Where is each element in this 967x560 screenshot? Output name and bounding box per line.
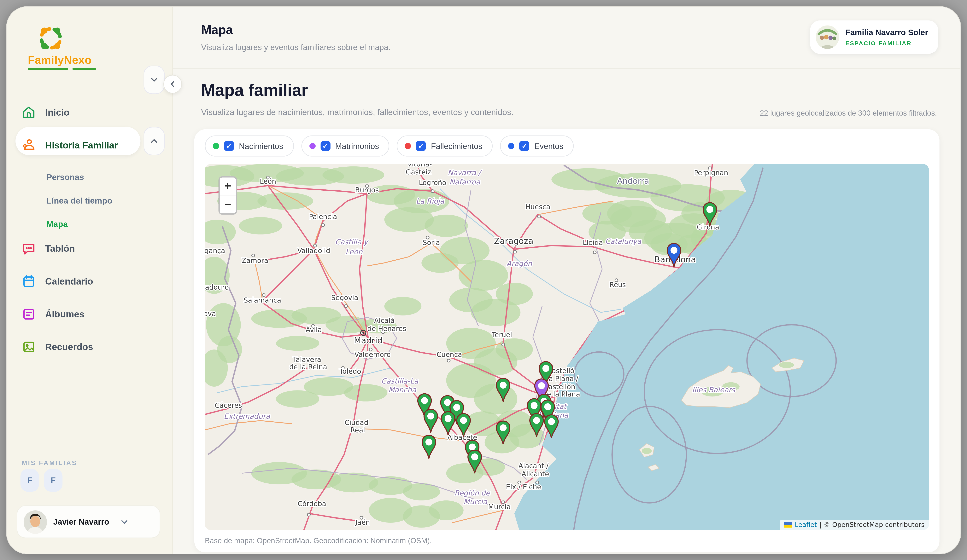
checkbox-checked-icon[interactable]: ✓ <box>520 141 529 151</box>
map-label: gança <box>205 247 225 255</box>
my-families-heading: MIS FAMILIAS <box>21 459 77 466</box>
birth-marker-icon[interactable] <box>701 202 718 227</box>
calendar-icon <box>21 274 36 288</box>
sidebar-collapse-button[interactable] <box>163 75 182 93</box>
brand-underline <box>28 68 97 70</box>
checkbox-checked-icon[interactable]: ✓ <box>224 141 234 151</box>
map-label: de Henares <box>368 324 406 333</box>
birth-marker-icon[interactable] <box>543 414 560 439</box>
event-marker-icon[interactable] <box>666 242 682 267</box>
birth-marker-icon[interactable] <box>495 377 512 402</box>
map-label: Extremadura <box>224 412 271 420</box>
map-label: Lleida <box>583 239 603 247</box>
map-label: Aragón <box>507 259 533 268</box>
collapse-section-button[interactable] <box>144 127 165 155</box>
map-label: León <box>260 177 276 185</box>
zoom-in-button[interactable]: + <box>220 178 236 196</box>
birth-marker-icon[interactable] <box>495 420 512 445</box>
map-label: Nafarroa <box>449 178 480 186</box>
layer-filters: ✓Nacimientos✓Matrimonios✓Fallecimientos✓… <box>205 135 574 156</box>
sidebar-subitem-personas[interactable]: Personas <box>7 165 172 189</box>
filter-chip-matrimonios[interactable]: ✓Matrimonios <box>301 135 389 156</box>
image-icon <box>21 339 36 354</box>
sidebar-item-label: Inicio <box>45 107 69 117</box>
sidebar: FamilyNexo InicioHistoria FamiliarPerson… <box>7 7 173 553</box>
birth-marker-icon[interactable] <box>422 408 439 433</box>
category-dot-icon <box>213 143 219 149</box>
family-avatars: FF <box>20 469 63 492</box>
family-tile-2[interactable]: F <box>44 469 63 492</box>
family-space-name: Familia Navarro Soler <box>845 28 928 38</box>
filter-label: Nacimientos <box>239 141 283 151</box>
leaflet-link[interactable]: Leaflet <box>795 521 817 528</box>
zoom-out-button[interactable]: − <box>220 196 236 213</box>
birth-marker-icon[interactable] <box>466 449 483 474</box>
map-label: Zamora <box>242 257 269 264</box>
filter-chip-nacimientos[interactable]: ✓Nacimientos <box>205 135 294 156</box>
checkbox-checked-icon[interactable]: ✓ <box>416 141 426 151</box>
chevron-down-icon <box>120 517 129 526</box>
map-label: Murcia <box>488 503 511 511</box>
app-logo: FamilyNexo <box>28 24 172 70</box>
map-label: León <box>345 248 363 256</box>
sidebar-item-inicio[interactable]: Inicio <box>7 100 172 124</box>
viewport-scaler: FamilyNexo InicioHistoria FamiliarPerson… <box>0 0 967 560</box>
map-label: Huesca <box>525 203 550 211</box>
birth-marker-icon[interactable] <box>528 413 545 437</box>
map-label: Ciudad <box>345 418 368 427</box>
map-label: jadouro <box>205 283 229 291</box>
filter-chip-fallecimientos[interactable]: ✓Fallecimientos <box>397 135 493 156</box>
map-label: Región de <box>454 489 490 497</box>
map-card: ✓Nacimientos✓Matrimonios✓Fallecimientos✓… <box>195 129 939 552</box>
map-label: Talavera <box>293 356 321 363</box>
family-avatar <box>816 25 839 49</box>
birth-marker-icon[interactable] <box>440 411 456 435</box>
app-window: FamilyNexo InicioHistoria FamiliarPerson… <box>6 6 961 554</box>
map-label: Murcia <box>464 497 487 506</box>
user-menu[interactable]: Javier Navarro <box>17 505 160 538</box>
sidebar-subitem-linea-del-tiempo[interactable]: Línea del tiempo <box>7 189 172 212</box>
filter-label: Fallecimientos <box>431 141 482 151</box>
map-label: Jaén <box>355 518 370 526</box>
map-label: Alicante <box>521 470 549 478</box>
birth-marker-icon[interactable] <box>421 434 437 459</box>
sidebar-subitem-mapa[interactable]: Mapa <box>7 212 172 236</box>
user-name: Javier Navarro <box>53 517 109 526</box>
filter-chip-eventos[interactable]: ✓Eventos <box>500 135 574 156</box>
checkbox-checked-icon[interactable]: ✓ <box>320 141 330 151</box>
map-label: Madrid <box>354 336 383 345</box>
family-tile-1[interactable]: F <box>20 469 39 492</box>
map-label: Ávila <box>305 326 322 334</box>
filter-label: Matrimonios <box>335 141 379 151</box>
chat-icon <box>21 241 36 255</box>
expand-section-button[interactable] <box>144 66 165 94</box>
leaflet-map[interactable]: Vitoria-GasteizNavarra /NafarroaLogroñoL… <box>205 164 929 530</box>
map-label: Toledo <box>339 367 361 375</box>
map-label: Teruel <box>492 331 512 339</box>
sidebar-item-albumes[interactable]: Álbumes <box>7 301 172 326</box>
map-label: Mancha <box>388 385 416 394</box>
map-label: Zaragoza <box>494 236 533 246</box>
sidebar-item-label: Álbumes <box>45 308 84 319</box>
sidebar-item-recuerdos[interactable]: Recuerdos <box>7 334 172 359</box>
map-label: Illes Balears <box>692 385 736 394</box>
map-label: Castilla-La <box>381 377 419 385</box>
sidebar-item-tablon[interactable]: Tablón <box>7 236 172 260</box>
birth-marker-icon[interactable] <box>455 413 472 437</box>
family-space-card[interactable]: Familia Navarro Soler ESPACIO FAMILIAR <box>810 20 938 54</box>
sidebar-item-calendario[interactable]: Calendario <box>7 268 172 293</box>
sidebar-item-label: Historia Familiar <box>45 140 118 150</box>
map-label: Burgos <box>355 186 379 194</box>
map-label: Cuenca <box>437 351 462 358</box>
chevron-left-icon <box>169 81 177 88</box>
home-icon <box>21 105 36 119</box>
main-area: Mapa Visualiza lugares y eventos familia… <box>173 7 960 553</box>
map-attribution: Leaflet | © OpenStreetMap contributors <box>780 520 929 530</box>
sidebar-item-label: Calendario <box>45 276 93 286</box>
header-subtitle: Visualiza lugares y eventos familiares s… <box>201 43 391 52</box>
map-label: Andorra <box>617 176 649 186</box>
map-label: La Rioja <box>416 197 444 205</box>
familynexo-logo-icon <box>36 24 65 53</box>
map-label: Navarra / <box>448 168 482 177</box>
filter-label: Eventos <box>535 141 563 151</box>
